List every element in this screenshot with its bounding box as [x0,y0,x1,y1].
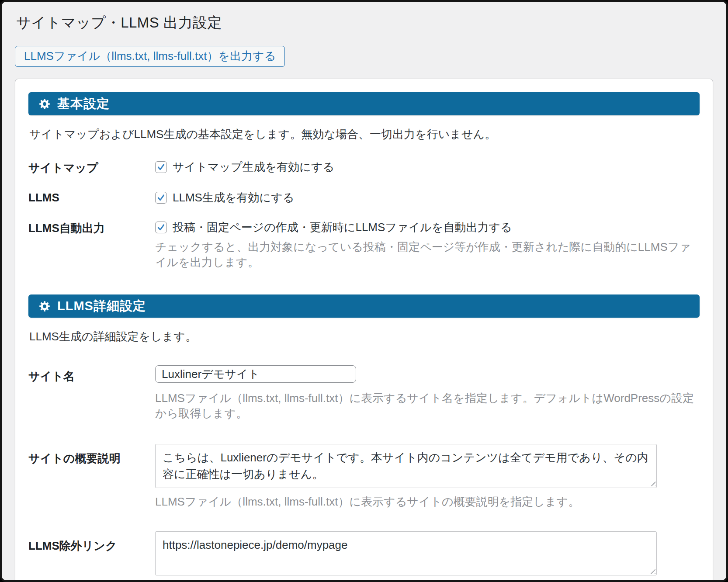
section-description-basic: サイトマップおよびLLMS生成の基本設定をします。無効な場合、一切出力を行いませ… [29,127,700,142]
sitemap-enable-checkbox-label[interactable]: サイトマップ生成を有効にする [155,159,700,175]
llms-enable-checkbox-label[interactable]: LLMS生成を有効にする [155,190,700,205]
check-icon [156,163,166,172]
setting-row-sitemap: サイトマップ サイトマップ生成を有効にする [28,159,700,176]
checkbox-text: サイトマップ生成を有効にする [173,159,334,175]
setting-label: LLMS [28,190,155,204]
check-icon [156,193,166,202]
setting-row-site-name: サイト名 LLMSファイル（llms.txt, llms-full.txt）に表… [28,365,700,421]
llms-exclude-links-textarea[interactable]: https://lastonepiece.jp/demo/mypage [155,531,657,575]
setting-description: チェックすると、出力対象になっている投稿・固定ページ等が作成・更新された際に自動… [155,239,700,270]
field-group: https://lastonepiece.jp/demo/mypage llms… [155,531,700,582]
settings-panel: 基本設定 サイトマップおよびLLMS生成の基本設定をします。無効な場合、一切出力… [15,79,713,582]
gear-icon [38,300,51,313]
checkbox-text: LLMS生成を有効にする [173,190,294,205]
section-header-llms-detail: LLMS詳細設定 [28,294,700,318]
export-llms-button[interactable]: LLMSファイル（llms.txt, llms-full.txt）を出力する [15,46,285,67]
section-description-llms-detail: LLMS生成の詳細設定をします。 [29,329,700,344]
textarea-wrap: こちらは、Luxlienerのデモサイトです。本サイト内のコンテンツは全てデモ用… [155,444,657,488]
section-title-llms-detail: LLMS詳細設定 [57,298,146,315]
section-title-basic: 基本設定 [57,95,110,113]
setting-label: サイトの概要説明 [28,444,155,466]
field-group: こちらは、Luxlienerのデモサイトです。本サイト内のコンテンツは全てデモ用… [155,444,700,509]
page-title: サイトマップ・LLMS 出力設定 [16,13,713,33]
llms-auto-output-checkbox-label[interactable]: 投稿・固定ページの作成・更新時にLLMSファイルを自動出力する [155,220,700,235]
setting-label: LLMS自動出力 [28,220,155,236]
setting-row-llms-auto-output: LLMS自動出力 投稿・固定ページの作成・更新時にLLMSファイルを自動出力する… [28,220,700,270]
setting-label: サイト名 [28,365,155,384]
setting-label: LLMS除外リンク [28,531,155,554]
llms-enable-checkbox[interactable] [155,192,167,204]
setting-description: LLMSファイル（llms.txt, llms-full.txt）に表示するサイ… [155,391,700,421]
check-icon [156,223,166,232]
setting-description: LLMSファイル（llms.txt, llms-full.txt）に表示するサイ… [155,494,700,509]
field-group: LLMSファイル（llms.txt, llms-full.txt）に表示するサイ… [155,365,700,421]
admin-page: サイトマップ・LLMS 出力設定 LLMSファイル（llms.txt, llms… [0,0,728,582]
setting-row-llms-exclude-links: LLMS除外リンク https://lastonepiece.jp/demo/m… [28,531,700,582]
setting-row-llms: LLMS LLMS生成を有効にする [28,190,700,205]
textarea-wrap: https://lastonepiece.jp/demo/mypage [155,531,657,575]
section-header-basic: 基本設定 [28,92,700,115]
llms-auto-output-checkbox[interactable] [155,222,167,233]
sitemap-enable-checkbox[interactable] [155,161,167,173]
site-summary-textarea[interactable]: こちらは、Luxlienerのデモサイトです。本サイト内のコンテンツは全てデモ用… [155,444,657,488]
gear-icon [38,97,51,111]
site-name-input[interactable] [155,365,356,383]
setting-label: サイトマップ [28,159,155,176]
checkbox-group: 投稿・固定ページの作成・更新時にLLMSファイルを自動出力する チェックすると、… [155,220,700,270]
setting-row-site-summary: サイトの概要説明 こちらは、Luxlienerのデモサイトです。本サイト内のコン… [28,444,700,509]
checkbox-text: 投稿・固定ページの作成・更新時にLLMSファイルを自動出力する [173,220,512,235]
